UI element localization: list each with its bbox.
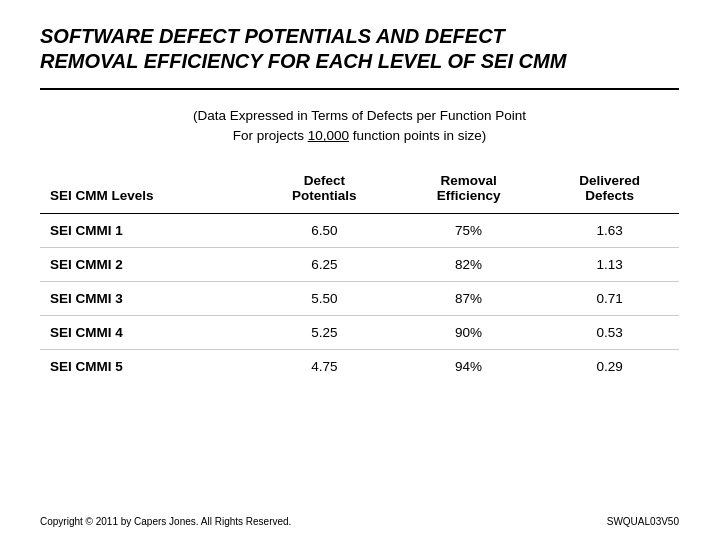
slide-id: SWQUAL03V50 <box>607 516 679 527</box>
col-header-delivered: Delivered Defects <box>540 167 679 214</box>
subtitle: (Data Expressed in Terms of Defects per … <box>40 106 679 147</box>
cell-potentials: 5.25 <box>252 315 397 349</box>
data-table: SEI CMM Levels Defect Potentials Removal… <box>40 167 679 383</box>
table-row: SEI CMMI 45.2590%0.53 <box>40 315 679 349</box>
cell-efficiency: 82% <box>397 247 541 281</box>
page: SOFTWARE DEFECT POTENTIALS AND DEFECT RE… <box>0 0 719 539</box>
cell-level: SEI CMMI 4 <box>40 315 252 349</box>
table-row: SEI CMMI 35.5087%0.71 <box>40 281 679 315</box>
table-row: SEI CMMI 26.2582%1.13 <box>40 247 679 281</box>
cell-delivered: 1.13 <box>540 247 679 281</box>
cell-efficiency: 94% <box>397 349 541 383</box>
title-line1: SOFTWARE DEFECT POTENTIALS AND DEFECT <box>40 24 679 49</box>
col-header-level: SEI CMM Levels <box>40 167 252 214</box>
table-row: SEI CMMI 16.5075%1.63 <box>40 213 679 247</box>
col-header-efficiency: Removal Efficiency <box>397 167 541 214</box>
subtitle-line1: (Data Expressed in Terms of Defects per … <box>40 106 679 126</box>
footer: Copyright © 2011 by Capers Jones. All Ri… <box>40 516 679 527</box>
cell-potentials: 6.50 <box>252 213 397 247</box>
cell-level: SEI CMMI 2 <box>40 247 252 281</box>
subtitle-line2-suffix: function points in size) <box>349 128 486 143</box>
subtitle-underline: 10,000 <box>308 128 349 143</box>
cell-efficiency: 75% <box>397 213 541 247</box>
cell-potentials: 5.50 <box>252 281 397 315</box>
subtitle-line2: For projects 10,000 function points in s… <box>40 126 679 146</box>
cell-delivered: 0.29 <box>540 349 679 383</box>
cell-potentials: 6.25 <box>252 247 397 281</box>
cell-efficiency: 90% <box>397 315 541 349</box>
table-header-row: SEI CMM Levels Defect Potentials Removal… <box>40 167 679 214</box>
title-divider <box>40 88 679 90</box>
cell-delivered: 0.53 <box>540 315 679 349</box>
cell-level: SEI CMMI 5 <box>40 349 252 383</box>
copyright: Copyright © 2011 by Capers Jones. All Ri… <box>40 516 291 527</box>
cell-delivered: 1.63 <box>540 213 679 247</box>
cell-delivered: 0.71 <box>540 281 679 315</box>
title-block: SOFTWARE DEFECT POTENTIALS AND DEFECT RE… <box>40 24 679 74</box>
cell-potentials: 4.75 <box>252 349 397 383</box>
cell-efficiency: 87% <box>397 281 541 315</box>
cell-level: SEI CMMI 3 <box>40 281 252 315</box>
title-line2: REMOVAL EFFICIENCY FOR EACH LEVEL OF SEI… <box>40 49 679 74</box>
col-header-potentials: Defect Potentials <box>252 167 397 214</box>
table-row: SEI CMMI 54.7594%0.29 <box>40 349 679 383</box>
cell-level: SEI CMMI 1 <box>40 213 252 247</box>
subtitle-line2-prefix: For projects <box>233 128 308 143</box>
